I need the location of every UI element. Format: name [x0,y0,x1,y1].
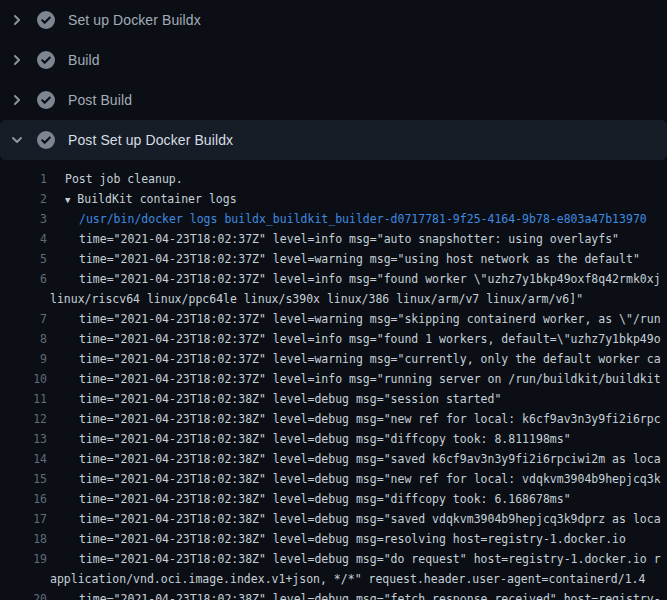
chevron-down-icon [11,134,23,146]
log-line-number[interactable]: 9 [0,349,47,369]
log-line-number[interactable]: 12 [0,409,47,429]
check-circle-icon [37,11,55,29]
log-line-text: time="2021-04-23T18:02:37Z" level=info m… [79,369,667,389]
chevron-right-icon [11,54,23,66]
log-line: 20time="2021-04-23T18:02:38Z" level=debu… [0,589,667,600]
log-line-number[interactable]: 6 [0,269,47,289]
step-row-2[interactable]: Post Build [0,80,667,120]
log-line: 18time="2021-04-23T18:02:38Z" level=debu… [0,529,667,549]
log-line-number[interactable]: 17 [0,509,47,529]
check-circle-icon [37,51,55,69]
log-area[interactable]: 1Post job cleanup.2▼ BuildKit container … [0,160,667,600]
log-line-text: time="2021-04-23T18:02:38Z" level=debug … [79,509,667,529]
log-line-number[interactable]: 19 [0,549,47,569]
step-row-3[interactable]: Post Set up Docker Buildx [0,120,667,160]
log-line-text: time="2021-04-23T18:02:38Z" level=debug … [79,549,667,569]
log-line: 13time="2021-04-23T18:02:38Z" level=debu… [0,429,667,449]
log-line-text: time="2021-04-23T18:02:38Z" level=debug … [79,409,667,429]
log-line-text: linux/riscv64 linux/ppc64le linux/s390x … [50,289,667,309]
log-line-text: time="2021-04-23T18:02:37Z" level=info m… [79,229,667,249]
log-line-number[interactable]: 20 [0,589,47,600]
log-line: 2▼ BuildKit container logs [0,189,667,209]
log-line: 9time="2021-04-23T18:02:37Z" level=warni… [0,349,667,369]
step-row-1[interactable]: Build [0,40,667,80]
log-line-number[interactable]: 10 [0,369,47,389]
check-circle-icon [37,131,55,149]
log-line: 1Post job cleanup. [0,169,667,189]
log-line-number[interactable]: 8 [0,329,47,349]
log-line-number[interactable]: 5 [0,249,47,269]
log-line-text: time="2021-04-23T18:02:38Z" level=debug … [79,529,667,549]
check-circle-icon [37,91,55,109]
log-line-number[interactable]: 18 [0,529,47,549]
step-row-0[interactable]: Set up Docker Buildx [0,0,667,40]
log-line: 17time="2021-04-23T18:02:38Z" level=debu… [0,509,667,529]
group-toggle-icon[interactable]: ▼ [65,195,70,205]
log-line: 19time="2021-04-23T18:02:38Z" level=debu… [0,549,667,569]
log-line-number[interactable]: 15 [0,469,47,489]
step-list: Set up Docker BuildxBuildPost BuildPost … [0,0,667,160]
log-line-continuation: linux/riscv64 linux/ppc64le linux/s390x … [0,289,667,309]
log-line-number[interactable]: 14 [0,449,47,469]
log-line-number [0,289,47,309]
log-line-text: time="2021-04-23T18:02:38Z" level=debug … [79,449,667,469]
log-line: 7time="2021-04-23T18:02:37Z" level=warni… [0,309,667,329]
log-command-text: /usr/bin/docker logs buildx_buildkit_bui… [79,209,667,229]
log-line-number[interactable]: 16 [0,489,47,509]
log-line: 16time="2021-04-23T18:02:38Z" level=debu… [0,489,667,509]
log-line-continuation: application/vnd.oci.image.index.v1+json,… [0,569,667,589]
log-line: 8time="2021-04-23T18:02:37Z" level=info … [0,329,667,349]
log-line: 6time="2021-04-23T18:02:37Z" level=info … [0,269,667,289]
log-line-text: time="2021-04-23T18:02:38Z" level=debug … [79,469,667,489]
log-line-text: Post job cleanup. [65,169,667,189]
log-line-number[interactable]: 4 [0,229,47,249]
log-line: 12time="2021-04-23T18:02:38Z" level=debu… [0,409,667,429]
log-line: 14time="2021-04-23T18:02:38Z" level=debu… [0,449,667,469]
log-line-number[interactable]: 11 [0,389,47,409]
log-line-text[interactable]: ▼ BuildKit container logs [65,189,667,209]
log-line-text: application/vnd.oci.image.index.v1+json,… [50,569,667,589]
log-line-text: time="2021-04-23T18:02:37Z" level=warnin… [79,309,667,329]
step-label: Post Set up Docker Buildx [68,132,233,148]
log-line-text: time="2021-04-23T18:02:38Z" level=debug … [79,429,667,449]
log-line: 5time="2021-04-23T18:02:37Z" level=warni… [0,249,667,269]
chevron-right-icon [11,94,23,106]
log-line-text: time="2021-04-23T18:02:38Z" level=debug … [79,489,667,509]
log-line-text: time="2021-04-23T18:02:37Z" level=warnin… [79,349,667,369]
log-line-text: time="2021-04-23T18:02:38Z" level=debug … [79,389,667,409]
log-line: 3/usr/bin/docker logs buildx_buildkit_bu… [0,209,667,229]
log-line: 10time="2021-04-23T18:02:37Z" level=info… [0,369,667,389]
log-line-number [0,569,47,589]
log-line-number[interactable]: 2 [0,189,47,209]
log-line-text: time="2021-04-23T18:02:37Z" level=info m… [79,269,667,289]
actions-log-viewer: Set up Docker BuildxBuildPost BuildPost … [0,0,667,600]
log-line-number[interactable]: 3 [0,209,47,229]
log-line-number[interactable]: 13 [0,429,47,449]
chevron-right-icon [11,14,23,26]
step-label: Build [68,52,100,68]
log-line-number[interactable]: 1 [0,169,47,189]
log-line: 15time="2021-04-23T18:02:38Z" level=debu… [0,469,667,489]
log-line-text: time="2021-04-23T18:02:37Z" level=info m… [79,329,667,349]
step-label: Post Build [68,92,132,108]
log-line: 4time="2021-04-23T18:02:37Z" level=info … [0,229,667,249]
log-line-text: time="2021-04-23T18:02:37Z" level=warnin… [79,249,667,269]
log-line: 11time="2021-04-23T18:02:38Z" level=debu… [0,389,667,409]
log-line-number[interactable]: 7 [0,309,47,329]
step-label: Set up Docker Buildx [68,12,201,28]
log-line-text: time="2021-04-23T18:02:38Z" level=debug … [79,589,667,600]
